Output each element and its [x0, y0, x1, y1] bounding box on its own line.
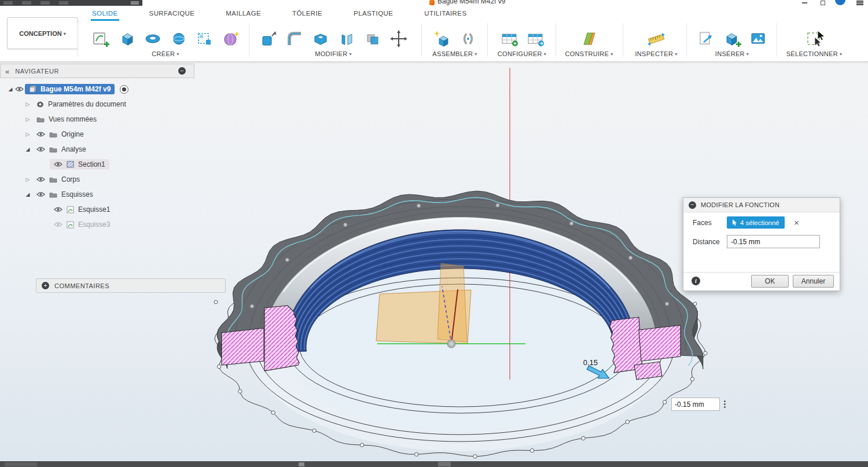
minimize-panel-icon[interactable] — [178, 67, 186, 75]
toolbar-group-label-modifier[interactable]: MODIFIER — [315, 50, 352, 59]
distance-input[interactable] — [727, 235, 820, 248]
draft-icon[interactable] — [336, 28, 357, 49]
tree-item-esquisse1[interactable]: Esquisse1 — [0, 202, 194, 217]
toolbar-group-modifier: MODIFIER — [253, 22, 413, 59]
toolbar-group-label-assembler[interactable]: ASSEMBLER — [432, 50, 477, 59]
chevron-down-icon — [838, 50, 842, 57]
insert-derive-icon[interactable] — [722, 28, 742, 49]
quick-tool-icon[interactable] — [41, 1, 50, 5]
eye-off-icon[interactable] — [54, 222, 62, 227]
configuration-insert-icon[interactable] — [525, 28, 546, 49]
fillet-icon[interactable] — [284, 28, 305, 49]
comments-bar[interactable]: COMMENTAIRES — [36, 278, 226, 293]
drag-handle-icon[interactable] — [724, 400, 726, 402]
tree-expanded-arrow-icon[interactable] — [6, 86, 15, 92]
avatar[interactable] — [835, 0, 845, 5]
tree-expanded-arrow-icon[interactable] — [23, 192, 32, 197]
eye-icon[interactable] — [36, 176, 45, 182]
activate-component-radio[interactable] — [120, 85, 128, 94]
toolbar-group-label-configurer[interactable]: CONFIGURER — [498, 50, 546, 59]
measure-icon[interactable] — [646, 28, 667, 49]
tree-item-origine[interactable]: Origine — [0, 127, 194, 142]
dialog-header[interactable]: MODIFIER LA FONCTION — [683, 198, 840, 212]
eye-icon[interactable] — [54, 161, 62, 167]
edit-feature-dialog: MODIFIER LA FONCTION Faces 4 sélectionné… — [683, 197, 840, 291]
revolve-icon[interactable] — [142, 28, 163, 49]
gear-icon — [36, 101, 44, 108]
collapse-panel-icon[interactable] — [5, 66, 9, 76]
maximize-icon[interactable] — [821, 1, 825, 5]
press-pull-icon[interactable] — [258, 28, 279, 49]
ribbon-tab-bar: SOLIDESURFACIQUEMAILLAGETÔLERIEPLASTIQUE… — [0, 6, 868, 21]
faces-selection-chip[interactable]: 4 sélectionné — [727, 216, 785, 229]
new-component-icon[interactable] — [432, 28, 453, 49]
shell-icon[interactable] — [310, 28, 331, 49]
tab-maillage[interactable]: MAILLAGE — [225, 6, 262, 21]
create-sketch-icon[interactable] — [90, 28, 111, 49]
menu-icon[interactable] — [856, 1, 863, 6]
cursor-icon — [732, 219, 737, 226]
group-label-text: MODIFIER — [315, 50, 347, 57]
eye-icon[interactable] — [36, 146, 45, 152]
sketch-icon — [67, 221, 74, 229]
joint-icon[interactable] — [458, 28, 479, 49]
extrude-icon[interactable] — [116, 28, 137, 49]
construction-plane-icon[interactable] — [579, 28, 599, 49]
toolbar-group-label-inspecter[interactable]: INSPECTER — [635, 50, 678, 59]
create-form-icon[interactable] — [220, 28, 241, 49]
ok-button[interactable]: OK — [751, 275, 789, 288]
insert-link-icon[interactable] — [696, 28, 716, 49]
quick-tool-icon[interactable] — [22, 1, 31, 5]
tree-collapsed-arrow-icon[interactable] — [23, 101, 32, 107]
dimension-input[interactable] — [671, 398, 720, 411]
conception-workspace-button[interactable]: CONCEPTION — [7, 17, 78, 49]
titlebar-quick-tools[interactable] — [0, 0, 142, 6]
tree-collapsed-arrow-icon[interactable] — [23, 116, 32, 122]
collapse-dialog-icon[interactable] — [689, 201, 696, 209]
chevron-down-icon — [745, 50, 749, 57]
info-icon[interactable] — [692, 277, 700, 285]
eye-icon[interactable] — [54, 207, 62, 212]
tree-item-corps[interactable]: Corps — [0, 172, 194, 187]
tree-item-root[interactable]: Bague M54m M42f v9 — [0, 82, 194, 97]
minimize-icon[interactable] — [802, 2, 807, 3]
eye-icon[interactable] — [15, 86, 24, 92]
tab-utilitaires[interactable]: UTILITAIRES — [423, 6, 468, 21]
tree-item-esquisse3[interactable]: Esquisse3 — [0, 217, 194, 232]
eye-icon[interactable] — [36, 131, 45, 137]
tab-solide[interactable]: SOLIDE — [91, 6, 119, 21]
group-label-text: INSPECTER — [635, 50, 674, 57]
document-title: Bague M54m M42f v9 — [429, 0, 505, 6]
tree-collapsed-arrow-icon[interactable] — [23, 131, 32, 137]
clear-selection-icon[interactable] — [794, 218, 799, 227]
tab-tolerie[interactable]: TÔLERIE — [291, 6, 323, 21]
primitive-sphere-icon[interactable] — [168, 28, 189, 49]
cancel-button[interactable]: Annuler — [793, 275, 834, 288]
configuration-table-icon[interactable] — [499, 28, 520, 49]
pattern-icon[interactable] — [194, 28, 215, 49]
tab-surfacique[interactable]: SURFACIQUE — [148, 6, 196, 21]
eye-icon[interactable] — [36, 192, 45, 197]
add-comment-icon[interactable] — [42, 282, 49, 289]
tab-plastique[interactable]: PLASTIQUE — [352, 6, 394, 21]
toolbar-group-label-selectionner[interactable]: SÉLECTIONNER — [786, 50, 843, 59]
tree-collapsed-arrow-icon[interactable] — [23, 176, 32, 182]
quick-tool-icon[interactable] — [131, 1, 139, 5]
toolbar-group-label-inserer[interactable]: INSÉRER — [715, 50, 749, 59]
tree-item-analyse[interactable]: Analyse — [0, 142, 194, 157]
toolbar-group-label-creer[interactable]: CRÉER — [152, 50, 179, 59]
timeline-bar[interactable] — [0, 461, 868, 467]
group-label-text: CONSTRUIRE — [565, 50, 609, 57]
move-icon[interactable] — [388, 28, 409, 49]
navigator-header[interactable]: NAVIGATEUR — [0, 64, 194, 78]
tree-item-esquisses[interactable]: Esquisses — [0, 187, 194, 202]
quick-tool-icon[interactable] — [3, 1, 13, 5]
tree-item-section1[interactable]: Section1 — [0, 157, 194, 172]
combine-icon[interactable] — [362, 28, 383, 49]
toolbar-group-label-construire[interactable]: CONSTRUIRE — [565, 50, 613, 59]
quick-tool-icon[interactable] — [59, 1, 68, 5]
tree-item-vues-nommees[interactable]: Vues nommées — [0, 112, 194, 127]
tree-item-parametres-document[interactable]: Paramètres du document — [0, 97, 194, 112]
canvas-image-icon[interactable] — [748, 28, 768, 49]
tree-expanded-arrow-icon[interactable] — [23, 146, 32, 152]
